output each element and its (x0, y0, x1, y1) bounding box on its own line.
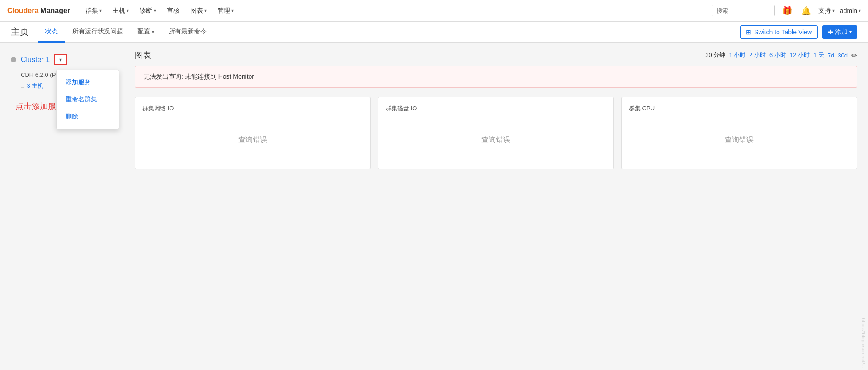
chart-card-title-disk: 群集磁盘 IO (386, 104, 606, 113)
chart-header: 图表 30 分钟 1 小时 2 小时 6 小时 12 小时 1 天 7d 30d… (135, 50, 857, 61)
chart-grid: 群集网络 IO 查询错误 群集磁盘 IO 查询错误 群集 CPU 查询错误 (135, 97, 857, 169)
dropdown-delete[interactable]: 删除 (57, 108, 119, 125)
gift-icon[interactable]: 🎁 (780, 4, 794, 18)
chart-error-network: 查询错误 (142, 118, 363, 161)
table-icon: ⊞ (746, 28, 751, 36)
chevron-down-icon: ▾ (99, 8, 102, 13)
cluster-name[interactable]: Cluster 1 (21, 56, 50, 64)
chevron-down-icon: ▾ (231, 8, 234, 13)
tab-health[interactable]: 所有运行状况问题 (65, 22, 130, 43)
nav-item-diag[interactable]: 诊断 ▾ (135, 4, 160, 18)
plus-icon: ✚ (828, 28, 833, 36)
main-content: Cluster 1 ▾ 添加服务 重命名群集 删除 CDH 6.2.0 (Par… (0, 43, 868, 176)
brand-cloudera-text: Cloudera (7, 7, 38, 15)
admin-button[interactable]: admin ▾ (840, 7, 861, 14)
page-title: 主页 (11, 26, 29, 38)
chevron-down-icon: ▾ (849, 29, 852, 34)
dropdown-add-service[interactable]: 添加服务 (57, 74, 119, 91)
chevron-down-icon: ▾ (832, 8, 835, 13)
error-message: 无法发出查询: 未能连接到 Host Monitor (143, 73, 254, 80)
hosts-icon: ≡ (21, 83, 24, 90)
nav-item-charts[interactable]: 图表 ▾ (186, 4, 211, 18)
cluster-dropdown-menu: 添加服务 重命名群集 删除 (56, 70, 119, 129)
nav-item-audit[interactable]: 审核 (162, 4, 184, 18)
time-btn-1d[interactable]: 1 天 (813, 51, 824, 59)
chart-card-title-cpu: 群集 CPU (629, 104, 849, 113)
brand-logo: Cloudera Manager (7, 7, 70, 15)
chevron-down-icon: ▾ (127, 8, 129, 13)
chevron-down-icon: ▾ (859, 8, 861, 13)
time-btn-12h[interactable]: 12 小时 (790, 51, 810, 59)
top-nav-right: 🎁 🔔 支持 ▾ admin ▾ (712, 4, 861, 18)
brand-manager-text: Manager (40, 7, 70, 15)
chart-card-title-network: 群集网络 IO (142, 104, 363, 113)
nav-item-manage[interactable]: 管理 ▾ (213, 4, 238, 18)
time-controls: 30 分钟 1 小时 2 小时 6 小时 12 小时 1 天 7d 30d ✏ (705, 51, 857, 60)
tab-config[interactable]: 配置 ▾ (130, 22, 161, 43)
tab-commands[interactable]: 所有最新命令 (161, 22, 214, 43)
edit-icon[interactable]: ✏ (851, 51, 857, 60)
sub-nav-tabs: 状态 所有运行状况问题 配置 ▾ 所有最新命令 (38, 22, 214, 42)
tab-status[interactable]: 状态 (38, 22, 65, 43)
cluster-header: Cluster 1 ▾ 添加服务 重命名群集 删除 (11, 50, 124, 70)
left-panel: Cluster 1 ▾ 添加服务 重命名群集 删除 CDH 6.2.0 (Par… (11, 50, 124, 169)
search-input[interactable] (712, 5, 775, 16)
chart-card-cpu: 群集 CPU 查询错误 (621, 97, 857, 169)
time-btn-6h[interactable]: 6 小时 (769, 51, 786, 59)
time-btn-30d[interactable]: 30d (838, 52, 848, 59)
error-banner: 无法发出查询: 未能连接到 Host Monitor (135, 66, 857, 88)
chart-error-disk: 查询错误 (386, 118, 606, 161)
top-navigation: Cloudera Manager 群集 ▾ 主机 ▾ 诊断 ▾ 审核 图表 ▾ … (0, 0, 868, 22)
time-btn-7d[interactable]: 7d (828, 52, 834, 59)
chart-error-cpu: 查询错误 (629, 118, 849, 161)
chart-card-disk: 群集磁盘 IO 查询错误 (378, 97, 614, 169)
cluster-dropdown-button[interactable]: ▾ (54, 54, 67, 65)
chevron-down-icon: ▾ (204, 8, 207, 13)
nav-item-cluster[interactable]: 群集 ▾ (81, 4, 106, 18)
time-btn-2h[interactable]: 2 小时 (749, 51, 766, 59)
time-btn-1h[interactable]: 1 小时 (729, 51, 745, 59)
support-button[interactable]: 支持 ▾ (818, 7, 835, 15)
switch-table-view-button[interactable]: ⊞ Switch to Table View (740, 25, 818, 39)
sub-navigation: 主页 状态 所有运行状况问题 配置 ▾ 所有最新命令 ⊞ Switch to T… (0, 22, 868, 43)
time-btn-30m[interactable]: 30 分钟 (705, 51, 725, 59)
right-panel: 图表 30 分钟 1 小时 2 小时 6 小时 12 小时 1 天 7d 30d… (135, 50, 857, 169)
top-nav-items: 群集 ▾ 主机 ▾ 诊断 ▾ 审核 图表 ▾ 管理 ▾ (81, 4, 238, 18)
cluster-status-dot (11, 57, 16, 62)
help-icon[interactable]: 🔔 (799, 4, 813, 18)
dropdown-rename-cluster[interactable]: 重命名群集 (57, 91, 119, 108)
chart-card-network: 群集网络 IO 查询错误 (135, 97, 371, 169)
add-button[interactable]: ✚ 添加 ▾ (822, 25, 857, 39)
chevron-down-icon: ▾ (152, 29, 154, 34)
chevron-down-icon: ▾ (154, 8, 156, 13)
sub-nav-right: ⊞ Switch to Table View ✚ 添加 ▾ (740, 25, 857, 39)
charts-title: 图表 (135, 50, 151, 61)
nav-item-host[interactable]: 主机 ▾ (108, 4, 133, 18)
